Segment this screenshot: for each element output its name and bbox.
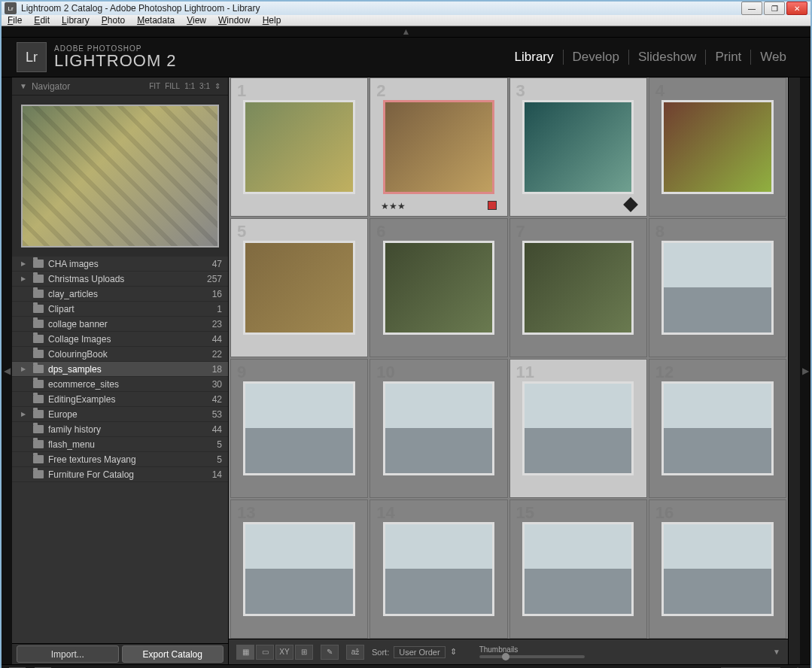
zoom-fit[interactable]: FIT [149, 82, 160, 90]
folder-row[interactable]: Furniture For Catalog14 [12, 467, 228, 482]
grid-cell[interactable]: 11 [509, 359, 647, 498]
cell-index: 15 [516, 503, 534, 523]
folder-row[interactable]: ▶Europe53 [12, 407, 228, 422]
menu-edit[interactable]: Edit [34, 15, 50, 26]
view-compare-button[interactable]: XY [275, 645, 293, 660]
left-panel-collapse[interactable]: ◀ [2, 77, 12, 664]
menu-photo[interactable]: Photo [102, 15, 125, 26]
folder-row[interactable]: ecommerce_sites30 [12, 377, 228, 392]
menu-library[interactable]: Library [62, 15, 90, 26]
zoom-fill[interactable]: FILL [165, 82, 180, 90]
grid-cell[interactable]: 1 [230, 77, 368, 217]
disclosure-triangle-icon[interactable]: ▶ [21, 366, 29, 372]
thumbnail-image [522, 522, 634, 615]
folder-row[interactable]: ColouringBook22 [12, 347, 228, 362]
view-survey-button[interactable]: ⊞ [295, 645, 313, 660]
disclosure-triangle-icon[interactable]: ▶ [21, 260, 29, 267]
grid-cell[interactable]: 5 [230, 218, 368, 357]
grid-cell[interactable]: 9 [230, 359, 368, 498]
disclosure-triangle-icon[interactable]: ▶ [21, 411, 29, 418]
folder-count: 5 [217, 454, 222, 465]
thumbnail-image [243, 241, 355, 334]
folder-icon [33, 470, 44, 478]
zoom-stepper-icon[interactable]: ⇕ [214, 82, 220, 90]
grid-cell[interactable]: 8 [649, 218, 786, 357]
right-panel-collapse[interactable]: ▶ [800, 77, 810, 664]
menu-help[interactable]: Help [263, 15, 281, 26]
navigator-header[interactable]: ▼ Navigator FIT FILL 1:1 3:1 ⇕ [12, 77, 228, 96]
right-panel-collapsed[interactable] [788, 77, 800, 664]
window-maximize-button[interactable]: ❐ [764, 2, 785, 15]
cell-index: 9 [237, 363, 246, 382]
view-grid-button[interactable]: ▦ [236, 645, 254, 660]
folder-row[interactable]: ▶Christmas Uploads257 [12, 272, 228, 287]
grid-cell[interactable]: 12 [649, 359, 786, 498]
folders-panel: ▶CHA images47▶Christmas Uploads257clay_a… [12, 257, 228, 643]
folder-name: Clipart [48, 304, 214, 314]
toolbar-expand-icon[interactable]: ▼ [773, 648, 780, 656]
menu-file[interactable]: File [8, 15, 22, 26]
slider-track[interactable] [479, 655, 585, 658]
folder-count: 44 [212, 334, 222, 345]
module-library[interactable]: Library [506, 50, 564, 65]
navigator-preview[interactable] [12, 96, 228, 257]
folder-row[interactable]: EditingExamples42 [12, 392, 228, 407]
grid-cell[interactable]: 13 [230, 499, 368, 639]
grid-cell[interactable]: 6 [370, 218, 507, 357]
folder-row[interactable]: clay_articles16 [12, 287, 228, 302]
top-panel-collapse[interactable]: ▲ [2, 26, 810, 37]
folder-count: 53 [212, 409, 222, 420]
export-catalog-button[interactable]: Export Catalog [122, 645, 224, 663]
module-develop[interactable]: Develop [564, 50, 629, 65]
folder-row[interactable]: family history44 [12, 422, 228, 437]
folder-name: Collage Images [48, 334, 209, 345]
sort-value[interactable]: User Order [394, 646, 445, 658]
menu-window[interactable]: Window [218, 15, 251, 26]
folder-count: 30 [212, 379, 222, 390]
folder-count: 23 [212, 319, 222, 329]
grid-cell[interactable]: 10 [370, 359, 507, 498]
left-panel: ▼ Navigator FIT FILL 1:1 3:1 ⇕ ▶CHA imag… [12, 77, 229, 664]
folder-count: 44 [212, 424, 222, 435]
menu-view[interactable]: View [187, 15, 206, 26]
import-button[interactable]: Import... [17, 645, 119, 663]
grid-cell[interactable]: 16 [649, 499, 786, 639]
titlebar[interactable]: Lr Lightroom 2 Catalog - Adobe Photoshop… [2, 2, 810, 15]
module-slideshow[interactable]: Slideshow [629, 50, 707, 65]
folder-row[interactable]: ▶CHA images47 [12, 257, 228, 272]
folder-row[interactable]: collage banner23 [12, 317, 228, 332]
disclosure-triangle-icon[interactable]: ▶ [21, 275, 29, 282]
folder-name: clay_articles [48, 289, 209, 299]
grid-cell[interactable]: 4 [649, 77, 786, 217]
folder-row[interactable]: ▶dps_samples18 [12, 362, 228, 377]
grid-cell[interactable]: 15 [509, 499, 647, 639]
folder-name: Christmas Uploads [48, 274, 204, 284]
folder-icon [33, 335, 44, 343]
painter-tool-icon[interactable]: ✎ [321, 645, 339, 660]
thumbnail-size-slider[interactable]: Thumbnails [479, 645, 585, 658]
grid-cell[interactable]: 7 [509, 218, 647, 357]
folder-row[interactable]: Clipart1 [12, 302, 228, 317]
grid-cell[interactable]: 14 [370, 499, 507, 639]
folder-row[interactable]: flash_menu5 [12, 437, 228, 452]
color-label-flag[interactable] [488, 201, 497, 210]
view-loupe-button[interactable]: ▭ [256, 645, 274, 660]
grid-cell[interactable]: 3 [509, 77, 647, 217]
window-close-button[interactable]: ✕ [786, 2, 807, 15]
module-web[interactable]: Web [751, 50, 795, 65]
zoom-3to1[interactable]: 3:1 [199, 82, 210, 90]
rating-stars[interactable]: ★★★ [381, 201, 406, 211]
cell-index: 2 [376, 81, 385, 101]
module-print[interactable]: Print [706, 50, 751, 65]
lr-logo-icon: Lr [17, 42, 47, 72]
menu-metadata[interactable]: Metadata [137, 15, 175, 26]
window-minimize-button[interactable]: — [741, 2, 762, 15]
folder-row[interactable]: Collage Images44 [12, 332, 228, 347]
zoom-1to1[interactable]: 1:1 [184, 82, 195, 90]
grid-cell[interactable]: 2★★★ [370, 77, 507, 217]
sort-direction-icon[interactable]: aẑ [346, 645, 364, 660]
sort-stepper-icon[interactable]: ⇕ [450, 647, 457, 657]
folder-row[interactable]: Free textures Mayang5 [12, 452, 228, 467]
metadata-badge-icon[interactable] [623, 197, 638, 212]
folder-count: 18 [212, 364, 222, 375]
